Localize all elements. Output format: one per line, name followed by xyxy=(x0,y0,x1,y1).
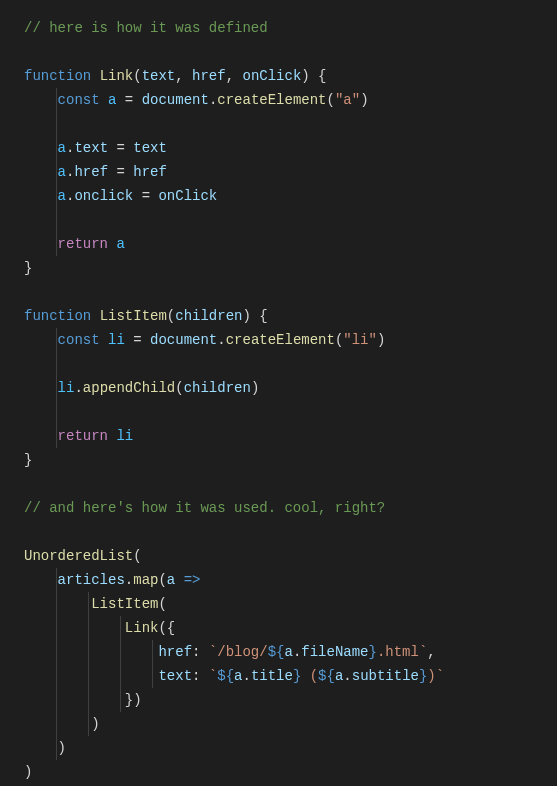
blank-line xyxy=(20,280,537,304)
code-block: // here is how it was defined function L… xyxy=(20,16,537,784)
code-line: ListItem( xyxy=(20,592,537,616)
code-line: text: `${a.title} (${a.subtitle})` xyxy=(20,664,537,688)
code-line: Link({ xyxy=(20,616,537,640)
code-line: return a xyxy=(20,232,537,256)
code-line: return li xyxy=(20,424,537,448)
code-line: a.onclick = onClick xyxy=(20,184,537,208)
code-line: }) xyxy=(20,688,537,712)
code-line: ) xyxy=(20,712,537,736)
code-line: ) xyxy=(20,736,537,760)
blank-line xyxy=(20,520,537,544)
comment: // here is how it was defined xyxy=(24,20,268,36)
code-line: articles.map(a => xyxy=(20,568,537,592)
comment: // and here's how it was used. cool, rig… xyxy=(24,500,385,516)
code-line: ) xyxy=(20,760,537,784)
blank-line xyxy=(20,208,537,232)
code-line: const li = document.createElement("li") xyxy=(20,328,537,352)
blank-line xyxy=(20,112,537,136)
code-line: function ListItem(children) { xyxy=(20,304,537,328)
code-line: li.appendChild(children) xyxy=(20,376,537,400)
code-line: function Link(text, href, onClick) { xyxy=(20,64,537,88)
code-line: // and here's how it was used. cool, rig… xyxy=(20,496,537,520)
code-line: a.href = href xyxy=(20,160,537,184)
blank-line xyxy=(20,400,537,424)
blank-line xyxy=(20,352,537,376)
code-line: UnorderedList( xyxy=(20,544,537,568)
code-line: a.text = text xyxy=(20,136,537,160)
code-line: // here is how it was defined xyxy=(20,16,537,40)
code-line: const a = document.createElement("a") xyxy=(20,88,537,112)
code-line: } xyxy=(20,256,537,280)
blank-line xyxy=(20,472,537,496)
code-line: href: `/blog/${a.fileName}.html`, xyxy=(20,640,537,664)
blank-line xyxy=(20,40,537,64)
code-line: } xyxy=(20,448,537,472)
